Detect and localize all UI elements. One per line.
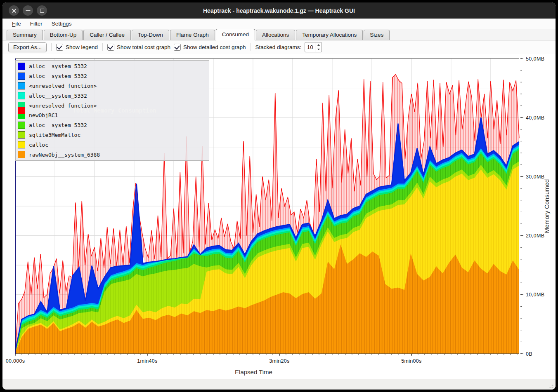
close-icon[interactable]	[9, 5, 19, 16]
chart-legend: Total Memory Consumptionalloc__system_53…	[15, 60, 209, 161]
x-tick-label: 1min40s	[137, 358, 157, 364]
app-window: Heaptrack - heaptrack.wakunode.1.gz — He…	[2, 2, 556, 390]
checkbox-label: Show legend	[66, 44, 98, 50]
tab-bar: SummaryBottom-UpCaller / CalleeTop-DownF…	[2, 29, 556, 40]
y-tick-label: 40,0MB	[526, 115, 544, 121]
y-tick-label: 50,0MB	[526, 56, 544, 62]
legend-label: rawNewObj__system_6388	[29, 152, 100, 158]
legend-label: alloc__system_5332	[29, 63, 87, 69]
y-tick-label: 30,0MB	[526, 174, 544, 180]
legend-swatch-icon	[18, 82, 25, 89]
legend-entry: alloc__system_5332	[16, 92, 209, 100]
checkbox-show-legend[interactable]: Show legend	[56, 44, 98, 51]
x-tick-label: 00.000s	[6, 358, 25, 364]
checkbox-show-detailed-cost-graph[interactable]: Show detailed cost graph	[174, 44, 246, 51]
checkbox-label: Show total cost graph	[117, 44, 170, 50]
x-tick-label: 5min00s	[401, 358, 421, 364]
legend-entry: sqlite3MemMalloc	[16, 131, 209, 139]
legend-swatch-icon	[18, 73, 25, 80]
legend-label: <unresolved function>	[29, 83, 97, 89]
spin-up-icon[interactable]	[315, 42, 322, 47]
x-tick-label: 3min20s	[269, 358, 289, 364]
tab-summary[interactable]: Summary	[7, 30, 43, 40]
y-tick-label: 20,0MB	[526, 233, 544, 239]
toolbar-separator	[51, 43, 52, 51]
legend-label: alloc__system_5332	[29, 93, 87, 99]
memory-chart-canvas[interactable]: 00.000s1min40s3min20s5min00s0B10,0MB20,0…	[2, 54, 556, 379]
legend-entry: <unresolved function>	[16, 82, 209, 90]
toolbar-separator	[251, 43, 251, 51]
tab-top-down[interactable]: Top-Down	[132, 30, 169, 40]
legend-label: alloc__system_5332	[29, 73, 87, 79]
tab-caller-callee[interactable]: Caller / Callee	[83, 30, 131, 40]
spin-down-icon[interactable]	[315, 47, 322, 52]
stacked-diagrams-stepper[interactable]: 10	[305, 42, 322, 52]
legend-entry: rawNewObj__system_6388	[16, 150, 209, 159]
minimize-icon[interactable]	[23, 5, 33, 16]
window-title: Heaptrack - heaptrack.wakunode.1.gz — He…	[2, 7, 556, 14]
legend-swatch-icon	[18, 122, 25, 129]
tab-bottom-up[interactable]: Bottom-Up	[44, 30, 83, 40]
stacked-diagrams-label: Stacked diagrams:	[255, 44, 302, 50]
legend-swatch-icon	[18, 131, 25, 138]
y-axis-title: Memory Consumed	[543, 179, 550, 233]
checkbox-icon[interactable]	[56, 44, 63, 51]
legend-entry: calloc	[16, 141, 209, 149]
title-bar[interactable]: Heaptrack - heaptrack.wakunode.1.gz — He…	[2, 2, 556, 19]
legend-swatch-icon	[18, 92, 25, 99]
tab-sizes[interactable]: Sizes	[364, 30, 390, 40]
legend-swatch-icon	[18, 63, 25, 70]
menu-settings[interactable]: Settings	[47, 20, 76, 28]
x-axis-title: Elapsed Time	[235, 369, 272, 376]
legend-label: calloc	[29, 142, 48, 148]
legend-swatch-icon	[18, 141, 25, 148]
tab-allocations[interactable]: Allocations	[256, 30, 295, 40]
export-as-button[interactable]: Export As...	[8, 42, 47, 52]
legend-label: sqlite3MemMalloc	[29, 132, 80, 138]
legend-entry: alloc__system_5332	[16, 121, 209, 129]
legend-swatch-icon	[18, 151, 25, 158]
legend-title-row: Total Memory Consumption	[16, 106, 209, 115]
maximize-icon[interactable]	[37, 5, 47, 16]
legend-entry: alloc__system_5332	[16, 62, 209, 70]
y-tick-label: 0B	[526, 351, 532, 357]
checkbox-show-total-cost-graph[interactable]: Show total cost graph	[107, 44, 170, 51]
toolbar: Export As... Show legendShow total cost …	[2, 40, 556, 54]
resize-grip-icon[interactable]	[548, 383, 554, 389]
y-tick-label: 10,0MB	[526, 292, 544, 298]
status-bar	[2, 379, 556, 390]
checkbox-icon[interactable]	[107, 44, 114, 51]
tab-flame-graph[interactable]: Flame Graph	[170, 30, 215, 40]
legend-entry: alloc__system_5332	[16, 72, 209, 80]
legend-label: Total Memory Consumption	[29, 107, 200, 114]
checkbox-label: Show detailed cost graph	[183, 44, 246, 50]
menubar: FileFilterSettings	[2, 19, 556, 29]
menu-filter[interactable]: Filter	[26, 20, 47, 28]
tab-temporary-allocations[interactable]: Temporary Allocations	[296, 30, 363, 40]
menu-file[interactable]: File	[7, 20, 26, 28]
checkbox-icon[interactable]	[174, 44, 181, 51]
legend-swatch-icon	[18, 107, 25, 114]
stacked-diagrams-value: 10	[305, 42, 315, 52]
legend-label: alloc__system_5332	[29, 122, 87, 128]
tab-consumed[interactable]: Consumed	[216, 29, 255, 40]
